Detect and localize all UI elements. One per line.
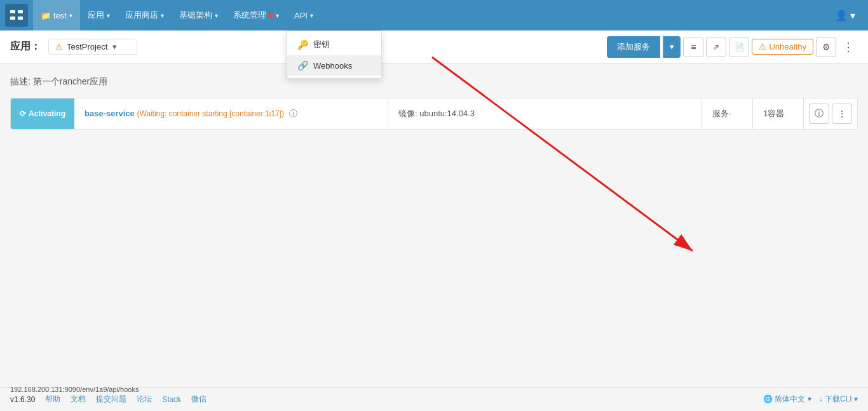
- nav-infra-label: 基础架构: [179, 10, 212, 21]
- nav-appstore-label: 应用商店: [125, 10, 158, 21]
- secret-label: 密钥: [313, 39, 330, 50]
- project-selector[interactable]: ⚠ TestProject ▾: [48, 39, 137, 55]
- share-icon: ⇗: [713, 43, 719, 51]
- nav-apps-label: 应用: [88, 10, 104, 21]
- more-options-button[interactable]: ⋮: [839, 37, 858, 57]
- dropdown-item-webhooks[interactable]: 🔗 Webhooks: [287, 55, 381, 76]
- containers-label: 1容器: [763, 108, 784, 119]
- status-label: Activating: [29, 109, 65, 118]
- sub-header-actions: 添加服务 ▾ ≡ ⇗ 📄 ⚠ Unhealthy ⚙ ⋮: [607, 36, 858, 58]
- footer-right: 🌐 简体中文 ▾ ↓ 下载CLI ▾: [763, 394, 858, 405]
- type-label: 服务·: [712, 108, 731, 119]
- doc-button[interactable]: 📄: [729, 37, 749, 57]
- spin-icon: ⟳: [20, 109, 26, 118]
- footer-link-docs[interactable]: 文档: [71, 394, 86, 405]
- add-service-caret: ▾: [670, 42, 674, 51]
- project-name: TestProject: [67, 42, 107, 51]
- share-button[interactable]: ⇗: [706, 37, 726, 57]
- image-label: 镜像: ubuntu:14.04.3: [398, 108, 475, 119]
- version-label: v1.6.30: [10, 395, 35, 404]
- doc-icon: 📄: [735, 43, 744, 51]
- svg-rect-2: [10, 17, 15, 20]
- user-caret: ▾: [850, 10, 855, 22]
- unhealthy-badge[interactable]: ⚠ Unhealthy: [752, 39, 813, 55]
- nav-right: 👤 ▾: [827, 0, 863, 30]
- service-status: ⟳ Activating: [11, 98, 74, 129]
- sub-header: 应用： ⚠ TestProject ▾ 添加服务 ▾ ≡ ⇗ 📄 ⚠ Unhea…: [0, 30, 868, 64]
- unhealthy-label: Unhealthy: [769, 42, 806, 51]
- service-image: 镜像: ubuntu:14.04.3: [388, 98, 702, 129]
- system-warning-dot: [268, 13, 273, 18]
- footer-lang-link[interactable]: 🌐 简体中文 ▾: [763, 394, 811, 405]
- nav-item-test[interactable]: 📁 test ▾: [33, 0, 80, 30]
- nav-test-label: test: [53, 11, 67, 20]
- nav-item-system[interactable]: 系统管理 ▾: [226, 0, 287, 30]
- description: 描述: 第一个rancher应用: [10, 76, 858, 88]
- svg-rect-3: [18, 17, 23, 20]
- more-icon: ⋮: [843, 41, 854, 53]
- add-service-dropdown[interactable]: ▾: [663, 36, 681, 58]
- service-containers: 1容器: [752, 98, 803, 129]
- nav-api-label: API: [294, 11, 308, 20]
- service-name: base-service (Waiting: container startin…: [74, 108, 388, 119]
- main-content: 描述: 第一个rancher应用 ⟳ Activating base-servi…: [0, 64, 868, 387]
- infra-chevron: ▾: [215, 12, 218, 19]
- list-view-button[interactable]: ≡: [683, 37, 703, 57]
- footer-url: 192.168.200.131:9090/env/1a9/api/hooks: [10, 386, 139, 393]
- nav-item-api[interactable]: API ▾ 🔑 密钥 🔗 Webhooks: [287, 0, 321, 30]
- footer-link-wechat[interactable]: 微信: [191, 394, 207, 405]
- waiting-text: (Waiting: container starting [container:…: [137, 109, 284, 118]
- nav-system-label: 系统管理: [233, 10, 266, 21]
- apps-chevron: ▾: [107, 12, 110, 19]
- service-row: ⟳ Activating base-service (Waiting: cont…: [10, 98, 858, 130]
- system-chevron: ▾: [276, 12, 279, 19]
- key-icon: 🔑: [297, 39, 308, 50]
- footer-link-issues[interactable]: 提交问题: [96, 394, 126, 405]
- service-info-button[interactable]: ⓘ: [809, 104, 829, 124]
- service-type: 服务·: [702, 98, 752, 129]
- gear-icon: ⚙: [822, 42, 831, 52]
- unhealthy-warn-icon: ⚠: [759, 42, 766, 51]
- project-caret: ▾: [112, 42, 117, 51]
- footer-link-forum[interactable]: 论坛: [137, 394, 152, 405]
- info-icon[interactable]: ⓘ: [289, 109, 297, 118]
- footer-cli-link[interactable]: ↓ 下载CLI ▾: [819, 394, 858, 405]
- user-icon: 👤: [835, 10, 848, 22]
- nav-item-apps[interactable]: 应用 ▾: [80, 0, 118, 30]
- service-more-icon: ⋮: [837, 109, 846, 119]
- folder-icon: 📁: [41, 11, 51, 20]
- nav-user[interactable]: 👤 ▾: [827, 0, 863, 30]
- service-name-link[interactable]: base-service: [85, 109, 135, 118]
- settings-button[interactable]: ⚙: [816, 37, 836, 57]
- api-chevron: ▾: [310, 12, 313, 19]
- service-info-icon: ⓘ: [815, 108, 824, 119]
- webhooks-label: Webhooks: [313, 61, 352, 71]
- logo[interactable]: [5, 4, 28, 27]
- list-icon: ≡: [691, 42, 696, 52]
- service-actions: ⓘ ⋮: [803, 98, 857, 129]
- appstore-chevron: ▾: [161, 12, 164, 19]
- webhook-icon: 🔗: [297, 60, 308, 71]
- svg-rect-1: [18, 10, 23, 13]
- add-service-button[interactable]: 添加服务: [607, 36, 660, 58]
- test-chevron: ▾: [69, 12, 72, 19]
- nav-item-appstore[interactable]: 应用商店 ▾: [118, 0, 172, 30]
- nav-item-infra[interactable]: 基础架构 ▾: [172, 0, 226, 30]
- top-nav: 📁 test ▾ 应用 ▾ 应用商店 ▾ 基础架构 ▾ 系统管理 ▾ API ▾…: [0, 0, 868, 30]
- api-dropdown: 🔑 密钥 🔗 Webhooks: [287, 30, 382, 79]
- svg-rect-0: [10, 10, 15, 13]
- service-more-button[interactable]: ⋮: [832, 104, 852, 124]
- footer-link-help[interactable]: 帮助: [45, 394, 60, 405]
- footer-link-slack[interactable]: Slack: [162, 395, 180, 404]
- page-title: 应用：: [10, 40, 41, 53]
- dropdown-item-secret[interactable]: 🔑 密钥: [287, 34, 381, 55]
- project-warn-icon: ⚠: [55, 42, 63, 51]
